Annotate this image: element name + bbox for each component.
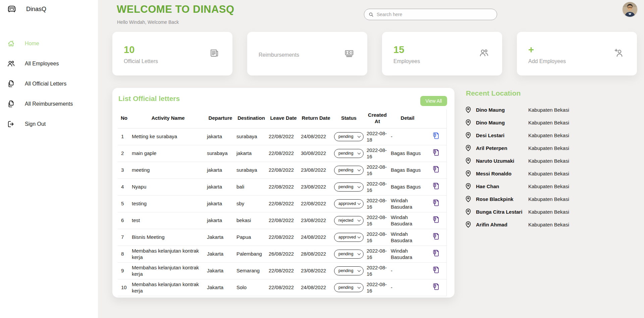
cell-created-at: 2022-08-18 <box>365 128 389 145</box>
map-pin-icon <box>465 220 472 228</box>
cell-detail: Windah Basudara <box>389 195 426 212</box>
status-select[interactable]: pendingapprovedrejected <box>334 233 364 242</box>
cell-created-at: 2022-08-16 <box>365 162 389 178</box>
sidebar-item-all-official-letters[interactable]: All Official Letters <box>0 74 98 94</box>
search-input[interactable] <box>377 12 493 17</box>
avatar-photo-icon <box>623 2 637 17</box>
status-select[interactable]: pendingapprovedrejected <box>334 132 364 141</box>
cell-departure: jakarta <box>206 128 235 145</box>
cell-detail: Windah Basudara <box>389 246 426 262</box>
table-row: 6 test jakarta bekasi 22/08/2022 23/08/2… <box>118 212 446 229</box>
cell-detail: - <box>389 128 426 145</box>
cell-created-at: 2022-08-16 <box>365 246 389 262</box>
card-add-employees[interactable]: + Add Employees <box>517 32 637 75</box>
location-person-name: Bunga Citra Lestari <box>476 209 528 215</box>
sidebar-item-sign-out[interactable]: Sign Out <box>0 114 98 134</box>
cell-no: 8 <box>118 246 130 262</box>
letters-icon <box>209 48 220 60</box>
sidebar: DinasQ Home All Employees All Official L… <box>0 0 98 318</box>
cell-attachment <box>426 128 446 145</box>
cell-status: pendingapprovedrejected <box>332 128 365 145</box>
cell-created-at: 2022-08-16 <box>365 279 389 296</box>
cell-detail: - <box>389 279 426 296</box>
person-add-icon <box>613 48 624 60</box>
table-row: 9 Membahas kelanjutan kontrak kerja Jaka… <box>118 262 446 279</box>
documents-icon <box>7 80 15 88</box>
status-select[interactable]: pendingapprovedrejected <box>334 182 364 192</box>
cell-leave-date: 22/08/2022 <box>267 128 300 145</box>
status-select[interactable]: pendingapprovedrejected <box>334 166 364 175</box>
cell-leave-date: 26/08/2022 <box>267 246 300 262</box>
cell-attachment <box>426 229 446 246</box>
people-icon <box>479 48 489 60</box>
cell-destination: surabaya <box>235 128 267 145</box>
sidebar-item-all-reimbursements[interactable]: All Reimbursements <box>0 94 98 114</box>
status-select[interactable]: pendingapprovedrejected <box>334 149 364 158</box>
cell-detail: Windah Basudara <box>389 212 426 229</box>
map-pin-icon <box>465 118 472 126</box>
sidebar-item-label: Home <box>25 41 39 47</box>
status-select[interactable]: pendingapprovedrejected <box>334 216 364 225</box>
attachment-icon[interactable] <box>432 148 440 159</box>
cell-status: pendingapprovedrejected <box>332 229 365 246</box>
attachment-icon[interactable] <box>432 249 440 259</box>
car-icon <box>7 4 17 14</box>
sidebar-item-home[interactable]: Home <box>0 34 98 54</box>
attachment-icon[interactable] <box>432 265 440 276</box>
attachment-icon[interactable] <box>432 215 440 226</box>
location-place: Kabupaten Bekasi <box>528 120 569 125</box>
status-select[interactable]: pendingapprovedrejected <box>334 283 364 292</box>
table-row: 2 main gaple surabaya jakarta 22/08/2022… <box>118 145 446 162</box>
sidebar-item-label: Sign Out <box>25 121 46 127</box>
attachment-icon[interactable] <box>432 181 440 192</box>
cell-activity-name: testing <box>130 195 206 212</box>
location-person-name: Desi Lestari <box>476 132 528 138</box>
status-select[interactable]: pendingapprovedrejected <box>334 250 364 259</box>
status-select[interactable]: pendingapprovedrejected <box>334 266 364 275</box>
app-logo: DinasQ <box>7 4 46 14</box>
status-select[interactable]: pendingapprovedrejected <box>334 199 364 208</box>
cell-leave-date: 22/08/2022 <box>267 178 300 195</box>
cell-destination: bali <box>235 178 267 195</box>
cell-departure: jakarta <box>206 178 235 195</box>
attachment-icon[interactable] <box>432 232 440 243</box>
cell-departure: Jakarta <box>206 279 235 296</box>
location-place: Kabupaten Bekasi <box>528 132 569 138</box>
cell-return-date: 22/08/2022 <box>300 195 332 212</box>
column-header <box>426 109 446 128</box>
map-pin-icon <box>465 169 472 177</box>
user-avatar[interactable] <box>623 2 637 17</box>
location-place: Kabupaten Bekasi <box>528 222 569 227</box>
card-employees[interactable]: 15 Employees <box>382 32 502 75</box>
card-official-letters[interactable]: 10 Official Letters <box>112 32 232 75</box>
cell-destination: bekasi <box>235 212 267 229</box>
table-row: 1 Metting ke surabaya jakarta surabaya 2… <box>118 128 446 145</box>
location-place: Kabupaten Bekasi <box>528 196 569 202</box>
attachment-icon[interactable] <box>432 165 440 175</box>
cell-status: pendingapprovedrejected <box>332 279 365 296</box>
view-all-button[interactable]: View All <box>420 96 447 106</box>
column-header: Destination <box>235 109 267 128</box>
stat-cards-row: 10 Official Letters Reimbursements 15 Em… <box>112 32 637 75</box>
cell-status: pendingapprovedrejected <box>332 212 365 229</box>
attachment-icon[interactable] <box>432 131 440 142</box>
official-letters-table: NoActivity NameDepartureDestinationLeave… <box>118 109 447 296</box>
cell-no: 10 <box>118 279 130 296</box>
attachment-icon[interactable] <box>432 198 440 209</box>
card-reimbursements[interactable]: Reimbursements <box>247 32 367 75</box>
letters-panel-title: List Official letters <box>118 95 180 103</box>
table-row: 8 Membahas kelanjutan kontrak kerja Jaka… <box>118 246 446 262</box>
attachment-icon[interactable] <box>432 282 440 293</box>
cell-return-date: 24/08/2022 <box>300 279 332 296</box>
cell-activity-name: Membahas kelanjutan kontrak kerja <box>130 262 206 279</box>
map-pin-icon <box>465 106 472 114</box>
cell-activity-name: Membahas kelanjutan kontrak kerja <box>130 246 206 262</box>
cell-detail: Bagas Bagus <box>389 145 426 162</box>
column-header: Departure <box>206 109 235 128</box>
column-header: Status <box>332 109 365 128</box>
cell-departure: jakarta <box>206 212 235 229</box>
cell-no: 1 <box>118 128 130 145</box>
sidebar-item-all-employees[interactable]: All Employees <box>0 54 98 74</box>
cell-created-at: 2022-08-16 <box>365 262 389 279</box>
sign-out-icon <box>7 120 15 128</box>
